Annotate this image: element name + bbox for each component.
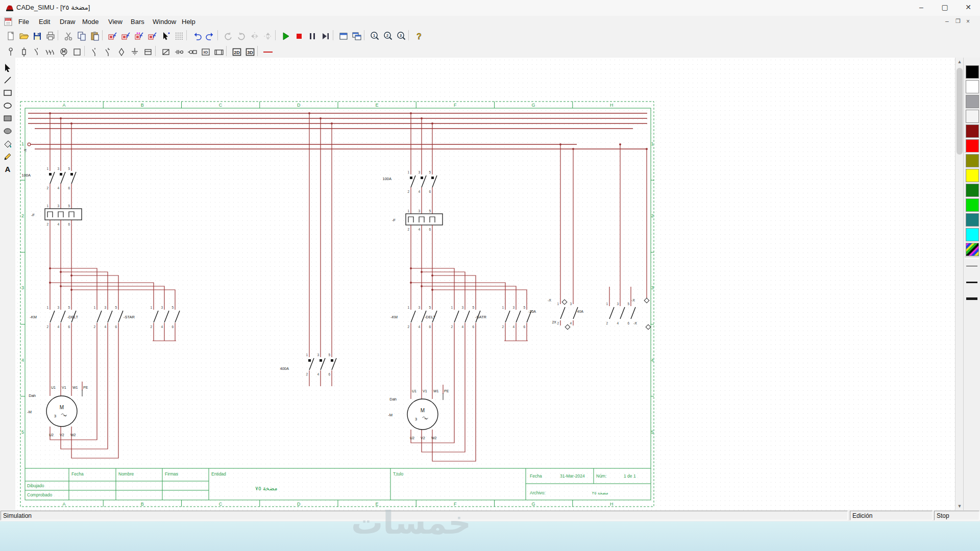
schematic-canvas[interactable]: AABBCCDDEEFFGGHH1122334455FechaNombreFir…	[15, 58, 955, 510]
tb2-earth-terminal[interactable]	[128, 45, 141, 59]
palette-color-3[interactable]	[966, 110, 979, 123]
menu-mode[interactable]: Mode	[80, 17, 101, 26]
palette-color-6[interactable]	[966, 154, 979, 167]
menu-view[interactable]: View	[106, 17, 125, 26]
tb2-motor-symbol[interactable]	[57, 45, 70, 59]
tb2-enclosure-box[interactable]	[141, 45, 155, 59]
filled-ellipse-tool[interactable]	[2, 126, 13, 137]
menu-draw[interactable]: Draw	[58, 17, 77, 26]
fill-bucket-tool[interactable]	[2, 138, 13, 149]
palette-color-10[interactable]	[966, 213, 979, 227]
rectangle-tool[interactable]	[2, 87, 13, 98]
svg-text:4: 4	[418, 228, 420, 231]
tb2-relay-coil[interactable]	[159, 45, 173, 59]
tb1-undo[interactable]	[190, 30, 204, 43]
tb1-open[interactable]	[17, 30, 31, 43]
tb1-cascade-windows[interactable]	[350, 30, 363, 43]
tb2-component-box[interactable]	[70, 45, 84, 59]
palette-line-weight-1[interactable]	[966, 282, 977, 283]
status-message: Simulation	[1, 511, 848, 520]
palette-color-11[interactable]	[966, 228, 979, 241]
tb2-view-3d[interactable]: 3D	[243, 45, 257, 59]
tb2-switch-3p[interactable]	[44, 45, 57, 59]
menu-edit[interactable]: Edit	[37, 17, 52, 26]
svg-text:A: A	[5, 165, 11, 173]
palette-color-4[interactable]	[966, 124, 979, 138]
tb1-redo[interactable]	[204, 30, 217, 43]
palette-color-7[interactable]	[966, 169, 979, 182]
tb2-machine-box[interactable]	[212, 45, 226, 59]
tb1-zoom-1[interactable]: 1	[368, 30, 381, 43]
svg-text:W2: W2	[431, 436, 437, 440]
tb1-simulate-play[interactable]	[279, 30, 292, 43]
svg-text:5: 5	[115, 306, 117, 309]
palette-line-weight-2[interactable]	[966, 297, 977, 300]
svg-text:4: 4	[57, 325, 59, 329]
svg-text:V1: V1	[62, 386, 66, 389]
palette-color-2[interactable]	[966, 95, 979, 108]
tb1-simulate-step[interactable]	[319, 30, 332, 43]
tb1-simulate-stop[interactable]	[292, 30, 306, 43]
svg-text:100A: 100A	[382, 177, 391, 181]
tb1-new[interactable]	[4, 30, 17, 43]
tb2-disconnect-switch[interactable]	[31, 45, 44, 59]
svg-text:E: E	[376, 502, 379, 507]
tb1-cut[interactable]	[62, 30, 75, 43]
svg-text:C: C	[219, 502, 223, 507]
tb1-print[interactable]	[44, 30, 57, 43]
tb2-timer-contact[interactable]	[173, 45, 186, 59]
tb1-save[interactable]	[31, 30, 44, 43]
palette-line-weight-0[interactable]	[966, 266, 977, 266]
ellipse-tool[interactable]	[2, 100, 13, 111]
palette-color-12[interactable]	[966, 243, 979, 256]
tb1-insert-symbol-c[interactable]	[133, 30, 146, 43]
tb1-help[interactable]: ?	[412, 30, 426, 43]
mdi-restore-button[interactable]: ❐	[955, 18, 961, 24]
palette-color-5[interactable]	[966, 139, 979, 153]
svg-text:Firmas: Firmas	[165, 471, 178, 477]
tb2-contact-no[interactable]	[88, 45, 102, 59]
tb1-copy[interactable]	[75, 30, 88, 43]
menu-bars[interactable]: Bars	[129, 17, 146, 26]
close-button[interactable]: ✕	[957, 0, 980, 16]
scrollbar-thumb[interactable]	[957, 68, 963, 155]
menu-window[interactable]: Window	[151, 17, 178, 26]
pencil-tool[interactable]	[2, 151, 13, 162]
tb1-insert-symbol-a[interactable]	[106, 30, 119, 43]
tb2-view-2d[interactable]: 2D	[230, 45, 243, 59]
tb2-coil-diamond[interactable]	[115, 45, 128, 59]
tb1-simulate-pause[interactable]	[306, 30, 319, 43]
svg-text:3: 3	[54, 414, 57, 418]
tb1-new-window[interactable]	[337, 30, 350, 43]
tb2-fuse[interactable]	[17, 45, 31, 59]
palette-color-8[interactable]	[966, 184, 979, 197]
tb1-grid[interactable]	[173, 30, 186, 43]
tb1-insert-symbol-d[interactable]	[146, 30, 159, 43]
pointer-tool[interactable]	[2, 62, 13, 73]
maximize-button[interactable]: ▢	[933, 0, 957, 16]
minimize-button[interactable]: –	[910, 0, 933, 16]
scroll-up-arrow[interactable]: ▲	[957, 59, 963, 65]
menu-help[interactable]: Help	[180, 17, 198, 26]
tb2-power-terminal[interactable]	[4, 45, 17, 59]
line-tool[interactable]	[2, 74, 13, 86]
menu-file[interactable]: File	[16, 17, 31, 26]
tb2-io-module[interactable]: IO	[199, 45, 212, 59]
mdi-close-button[interactable]: ×	[966, 18, 970, 25]
mdi-minimize-button[interactable]: –	[945, 18, 949, 25]
text-tool[interactable]: A	[2, 164, 13, 175]
tb2-valve-coil[interactable]	[186, 45, 199, 59]
tb1-zoom-3[interactable]: 3	[395, 30, 408, 43]
tb1-paste[interactable]	[88, 30, 102, 43]
tb2-line-style-sample[interactable]	[261, 45, 275, 59]
palette-color-9[interactable]	[966, 198, 979, 212]
scroll-down-arrow[interactable]: ▼	[957, 503, 963, 509]
palette-color-1[interactable]	[966, 80, 979, 93]
filled-rectangle-tool[interactable]	[2, 113, 13, 124]
vertical-scrollbar[interactable]: ▲ ▼	[955, 58, 964, 510]
tb1-select-special[interactable]	[159, 30, 173, 43]
palette-color-0[interactable]	[966, 65, 979, 79]
tb2-contact-nc[interactable]	[102, 45, 115, 59]
tb1-insert-symbol-b[interactable]	[119, 30, 133, 43]
tb1-zoom-2[interactable]: 2	[381, 30, 395, 43]
